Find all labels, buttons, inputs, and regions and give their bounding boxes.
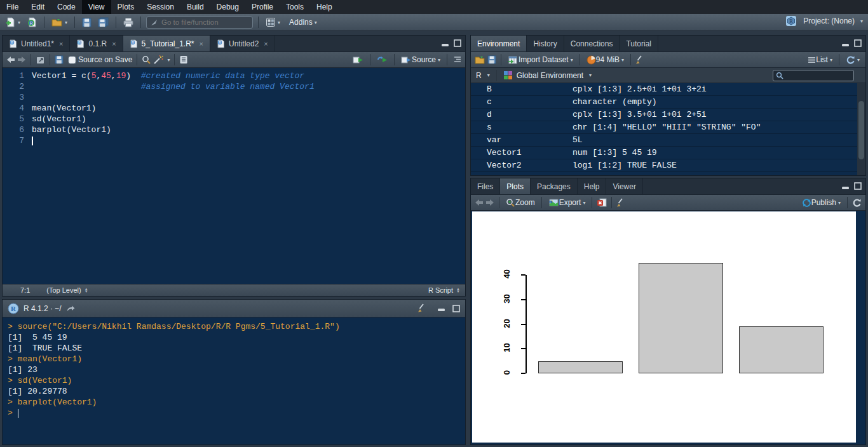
- open-file-button[interactable]: ▾: [50, 16, 69, 29]
- environment-tab-history[interactable]: History: [527, 36, 564, 51]
- code-editor[interactable]: 1Vector1 = c(5,45,19) #created numeric d…: [3, 68, 465, 284]
- source-tab[interactable]: R5_Tutorial_1.R*×: [123, 36, 210, 51]
- table-row[interactable]: Vector1num [1:3] 5 45 19: [471, 147, 865, 159]
- minimize-icon[interactable]: [841, 40, 850, 47]
- open-workspace-icon[interactable]: [475, 55, 485, 64]
- menu-item-tools[interactable]: Tools: [280, 0, 310, 14]
- code-tools-icon[interactable]: [153, 55, 163, 65]
- publish-button[interactable]: Publish ▾: [800, 197, 843, 209]
- menu-item-debug[interactable]: Debug: [210, 0, 245, 14]
- table-row[interactable]: Vector2logi [1:2] TRUE FALSE: [471, 159, 865, 172]
- cursor-position: 7:1: [20, 286, 30, 294]
- plots-tab-viewer[interactable]: Viewer: [606, 178, 642, 194]
- table-row[interactable]: schr [1:4] "HELLO" "HIII" "STRING" "FO": [471, 121, 865, 134]
- maximize-icon[interactable]: [854, 39, 862, 47]
- document-outline-icon[interactable]: [452, 56, 461, 63]
- menu-item-help[interactable]: Help: [310, 0, 339, 14]
- source-on-save-checkbox[interactable]: [68, 56, 76, 64]
- chevron-down-icon[interactable]: ▾: [167, 57, 170, 63]
- environment-tab-tutorial[interactable]: Tutorial: [620, 36, 658, 51]
- remove-plot-icon[interactable]: [597, 198, 607, 207]
- environment-search-input[interactable]: [786, 72, 850, 79]
- save-workspace-icon[interactable]: [487, 55, 496, 64]
- zoom-plot-button[interactable]: Zoom: [504, 197, 537, 209]
- plots-tab-packages[interactable]: Packages: [531, 178, 578, 194]
- list-view-button[interactable]: List ▾: [806, 54, 834, 65]
- close-icon[interactable]: ×: [59, 40, 63, 48]
- forward-icon[interactable]: [17, 56, 26, 63]
- language-selector[interactable]: R: [476, 71, 482, 80]
- save-icon[interactable]: [55, 55, 64, 64]
- goto-file-search[interactable]: [146, 17, 253, 29]
- maximize-icon[interactable]: [452, 305, 460, 312]
- run-button[interactable]: [351, 55, 365, 65]
- refresh-button[interactable]: ▾: [844, 54, 862, 66]
- console-line: > source("C:/Users/Nikhil Ramdass/Deskto…: [8, 321, 465, 332]
- clear-console-broom-icon[interactable]: [417, 304, 428, 313]
- print-button[interactable]: [121, 17, 135, 29]
- chevron-down-icon[interactable]: ▾: [487, 72, 490, 78]
- menu-item-profile[interactable]: Profile: [245, 0, 280, 14]
- find-icon[interactable]: [142, 55, 151, 65]
- menu-item-code[interactable]: Code: [51, 0, 82, 14]
- rerun-button[interactable]: [375, 55, 390, 65]
- new-project-button[interactable]: R: [25, 16, 39, 29]
- menu-item-session[interactable]: Session: [140, 0, 180, 14]
- minimize-icon[interactable]: [437, 305, 445, 312]
- pane-layout-button[interactable]: ▾: [264, 16, 282, 29]
- menu-item-plots[interactable]: Plots: [111, 0, 141, 14]
- file-type-selector[interactable]: R Script: [428, 286, 453, 294]
- close-icon[interactable]: ×: [264, 40, 268, 48]
- plots-tab-help[interactable]: Help: [578, 178, 607, 194]
- goto-directory-icon[interactable]: [66, 305, 75, 312]
- source-tab[interactable]: R0.1.R×: [70, 36, 123, 51]
- text-cursor: [32, 137, 33, 145]
- environment-tab-environment[interactable]: Environment: [471, 36, 527, 51]
- save-button[interactable]: [80, 17, 93, 29]
- menu-item-view[interactable]: View: [82, 0, 111, 14]
- compile-report-icon[interactable]: [179, 55, 188, 64]
- console-output[interactable]: > source("C:/Users/Nikhil Ramdass/Deskto…: [3, 317, 465, 444]
- open-in-window-icon[interactable]: [36, 56, 45, 64]
- plots-tab-plots[interactable]: Plots: [500, 178, 531, 194]
- new-file-button[interactable]: ▾: [4, 16, 22, 29]
- previous-plot-icon[interactable]: [475, 199, 484, 206]
- table-row[interactable]: var5L: [471, 134, 865, 147]
- minimize-icon[interactable]: [841, 183, 850, 190]
- chevron-down-icon[interactable]: ▾: [589, 72, 592, 78]
- environment-search-box[interactable]: [773, 70, 854, 81]
- close-icon[interactable]: ×: [200, 40, 203, 48]
- maximize-icon[interactable]: [854, 182, 862, 190]
- back-icon[interactable]: [6, 56, 15, 63]
- source-tab[interactable]: RUntitled1*×: [3, 36, 70, 51]
- table-row[interactable]: Bcplx [1:3] 2.5+0i 1+0i 3+2i: [471, 83, 865, 96]
- menu-item-build[interactable]: Build: [180, 0, 210, 14]
- scrollbar[interactable]: [857, 83, 865, 175]
- minimize-icon[interactable]: [441, 40, 449, 47]
- save-all-button[interactable]: [96, 16, 111, 29]
- scope-selector[interactable]: (Top Level): [46, 286, 81, 294]
- export-plot-button[interactable]: Export ▾: [546, 197, 588, 208]
- table-row[interactable]: dcplx [1:3] 3.5+0i 1+0i 2+5i: [471, 109, 865, 121]
- memory-usage-button[interactable]: 94 MiB ▾: [585, 54, 626, 66]
- menu-item-edit[interactable]: Edit: [25, 0, 51, 14]
- source-button[interactable]: Source ▾: [399, 54, 442, 65]
- plots-tab-files[interactable]: Files: [471, 178, 500, 194]
- addins-button[interactable]: Addins ▾: [285, 17, 319, 28]
- project-chooser[interactable]: R Project: (None) ▾: [785, 15, 863, 27]
- clear-plots-broom-icon[interactable]: [616, 198, 627, 208]
- source-tab[interactable]: RUntitled2×: [210, 36, 275, 51]
- table-row[interactable]: ccharacter (empty): [471, 96, 865, 109]
- clear-environment-broom-icon[interactable]: [635, 55, 646, 65]
- close-icon[interactable]: ×: [112, 40, 116, 48]
- print-icon: [123, 18, 133, 27]
- refresh-plot-icon[interactable]: [852, 198, 862, 208]
- goto-file-input[interactable]: [161, 18, 244, 26]
- menu-item-file[interactable]: File: [0, 0, 25, 14]
- next-plot-icon[interactable]: [485, 199, 494, 206]
- environment-selector[interactable]: Global Environment: [517, 71, 583, 80]
- import-dataset-button[interactable]: Import Dataset ▾: [506, 54, 575, 65]
- environment-tab-connections[interactable]: Connections: [564, 36, 620, 51]
- maximize-icon[interactable]: [454, 39, 461, 47]
- scrollbar-thumb[interactable]: [858, 101, 864, 159]
